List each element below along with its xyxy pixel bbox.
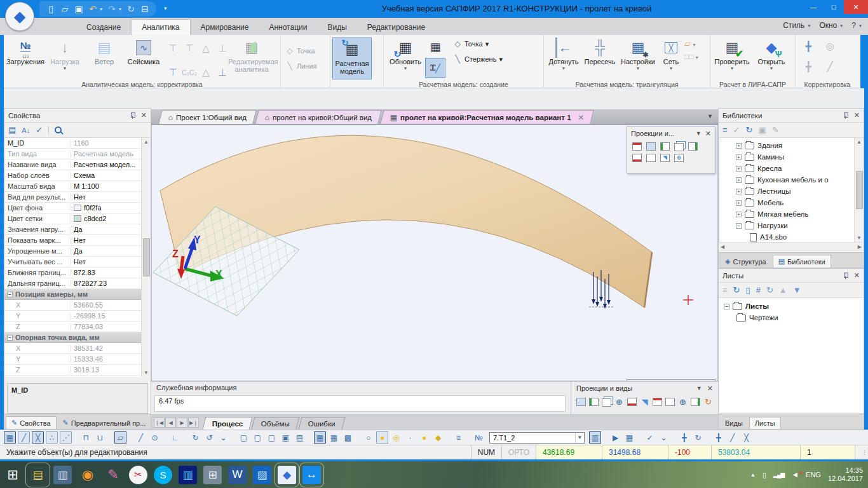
close-icon[interactable]: ✕ [705, 130, 711, 138]
collapse-icon[interactable]: − [7, 335, 13, 341]
refresh-icon[interactable]: ↻ [733, 285, 740, 295]
filter-combobox[interactable]: 7.T1_2 ▼ [489, 432, 585, 444]
support-hinge-icon[interactable]: ⊤ [165, 36, 181, 60]
close-icon[interactable]: ✕ [854, 111, 860, 119]
prop-row[interactable]: Показать марк...Нет [4, 235, 151, 246]
panel-menu-caret-icon[interactable]: ▼ [696, 130, 702, 137]
view-axon-icon[interactable] [646, 154, 656, 162]
pv-camera-icon[interactable]: ◥ [640, 398, 649, 406]
check-model-button[interactable]: ▦✔ Проверить▾ [712, 36, 752, 71]
prop-row[interactable]: X53660.55 [4, 300, 151, 311]
doc-tab-general-view[interactable]: ⌂пролет на кривой:Общий вид [255, 110, 382, 124]
open-in-lira-button[interactable]: ◆Ѱ Открыть▾ [752, 36, 791, 71]
search-icon[interactable] [55, 126, 62, 133]
filter-number-icon[interactable]: № [473, 431, 485, 444]
refresh-icon[interactable]: ↻ [746, 125, 753, 135]
ortho-mode-icon[interactable]: ∟ [169, 431, 181, 444]
expand-icon[interactable]: + [736, 143, 742, 149]
wind-button[interactable]: ▤ Ветер [85, 36, 124, 65]
expand-icon[interactable]: + [736, 154, 742, 160]
analytic-view-icon[interactable]: ▦ [314, 431, 326, 444]
expand-icon[interactable]: + [736, 166, 742, 172]
last-page-icon[interactable]: ▶❘ [188, 417, 199, 428]
prop-row[interactable]: Масштаб видаМ 1:100 [4, 181, 151, 192]
tab-sozdanie[interactable]: Создание [76, 20, 131, 35]
snap-line-icon[interactable]: ╱ [18, 431, 30, 444]
view-zoom-icon[interactable]: ⊕ [674, 154, 684, 162]
skype-icon[interactable]: S [154, 466, 172, 484]
align-node-icon[interactable]: ╋ [797, 57, 819, 77]
prop-row[interactable]: Z3018.13 [4, 365, 151, 376]
maximize-button[interactable]: □ [824, 0, 844, 14]
material-icon[interactable]: ◆ [432, 431, 444, 444]
tree-item-drawings[interactable]: Чертежи [724, 312, 864, 323]
update-mesh-icon[interactable]: ▦ [425, 37, 445, 57]
file-explorer-icon[interactable]: ▤ [29, 466, 47, 484]
view-top-icon[interactable] [632, 142, 642, 151]
pair-plates-icon[interactable]: □□ ▾ [684, 52, 698, 61]
doc-tab-calc-model[interactable]: ▦пролет на кривой:Расчетная модель вариа… [381, 110, 595, 124]
expand-icon[interactable]: + [736, 177, 742, 183]
snap-segment-icon[interactable]: ⋰ [60, 431, 72, 444]
tray-expand-icon[interactable]: ▲ [750, 472, 756, 478]
sheet-settings-icon[interactable]: ≡ [722, 285, 728, 295]
pv-zoom-icon[interactable]: ⊕ [614, 398, 624, 406]
workplane-icon[interactable]: ▱ [114, 431, 126, 444]
calc-model-button[interactable]: ▦↻ Расчетная модель [332, 37, 372, 79]
expand-icon[interactable]: + [736, 212, 742, 217]
tab-process[interactable]: Процесс [203, 417, 253, 430]
tree-item-furniture[interactable]: +Мебель [736, 197, 864, 208]
calc-bar-button[interactable]: ╲Стержень▾ [451, 51, 505, 67]
panel-menu-caret-icon[interactable]: ▼ [696, 385, 702, 391]
pull-button[interactable]: ← Дотянуть▾ [546, 36, 581, 71]
first-page-icon[interactable]: ❘◀ [154, 417, 165, 428]
undo-icon[interactable]: ↶ [88, 4, 98, 14]
prop-row[interactable]: Значения нагру...Да [4, 224, 151, 235]
pv-front-icon[interactable] [576, 398, 586, 406]
language-indicator[interactable]: ENG [806, 471, 821, 478]
pv-left-icon[interactable] [589, 398, 599, 406]
combobox-caret-icon[interactable]: ▼ [575, 433, 584, 443]
sort-az-icon[interactable]: A↓ [22, 126, 30, 134]
rotate-caret-icon[interactable]: ⌄ [217, 431, 229, 444]
wire-mode-icon[interactable]: ▢ [252, 431, 264, 444]
move-object-icon[interactable]: ╋ [712, 431, 724, 444]
support-truss-icon[interactable]: △ [198, 36, 214, 60]
trim-icon[interactable]: ╱ [726, 431, 738, 444]
prop-row[interactable]: Ближняя границ...872.83 [4, 268, 151, 278]
pv-zoom2-icon[interactable]: ⊕ [678, 398, 688, 406]
libraries-scrollbar[interactable]: ▲▼ [854, 138, 864, 242]
mesh-button[interactable]: ╳ Сеть▾ [658, 36, 684, 71]
tree-item-stairs[interactable]: +Лестницы [736, 186, 864, 197]
layers-icon[interactable]: ≡ [452, 431, 465, 444]
render-mode-icon[interactable]: ▣ [280, 431, 292, 444]
pv-rotate-icon[interactable]: ↻ [703, 398, 713, 406]
close-icon[interactable]: ✕ [141, 111, 147, 119]
tab-vidy[interactable]: Виды [317, 20, 356, 35]
tab-volumes[interactable]: Объёмы [252, 417, 300, 430]
bg-color-swatch[interactable] [74, 205, 81, 211]
battery-icon[interactable]: ▯ [763, 471, 766, 479]
slab-mesh-icon[interactable]: ▱ ▾ [684, 39, 698, 48]
circle-mode-icon[interactable]: ⊙ [149, 431, 161, 444]
attach-object-icon[interactable]: ⊔ [94, 431, 106, 444]
light-on-icon[interactable]: ● [376, 431, 388, 444]
tree-item-sheets-root[interactable]: −Листы [724, 301, 864, 312]
dot-separator-icon[interactable]: · [404, 431, 416, 444]
light-off-icon[interactable]: ○ [362, 431, 374, 444]
attach-icon[interactable]: ⊓ [80, 431, 92, 444]
tab-preview[interactable]: ✎Предварительный пр... [58, 417, 151, 429]
firefox-icon[interactable]: ◉ [75, 462, 100, 487]
editable-analytics-button[interactable]: ▦ Редактируемая аналитика [232, 36, 271, 73]
sapfir-icon[interactable]: ◆ [278, 466, 296, 484]
undo-caret-icon[interactable]: ▾ [99, 6, 103, 12]
tab-structure[interactable]: ◈Структура [720, 255, 771, 268]
point-tool-button[interactable]: ◇Точка [283, 43, 318, 58]
rotate-y-icon[interactable]: ↺ [203, 431, 215, 444]
calc-point-button[interactable]: ◇Точка▾ [451, 36, 505, 51]
pv-bottom-icon[interactable] [627, 398, 637, 406]
tab-errors[interactable]: Ошибки [299, 417, 346, 430]
line-mode-icon[interactable]: ╱ [135, 431, 147, 444]
window-menu[interactable]: Окно [819, 21, 837, 30]
properties-scrollbar[interactable]: ▲▼ [141, 138, 151, 377]
